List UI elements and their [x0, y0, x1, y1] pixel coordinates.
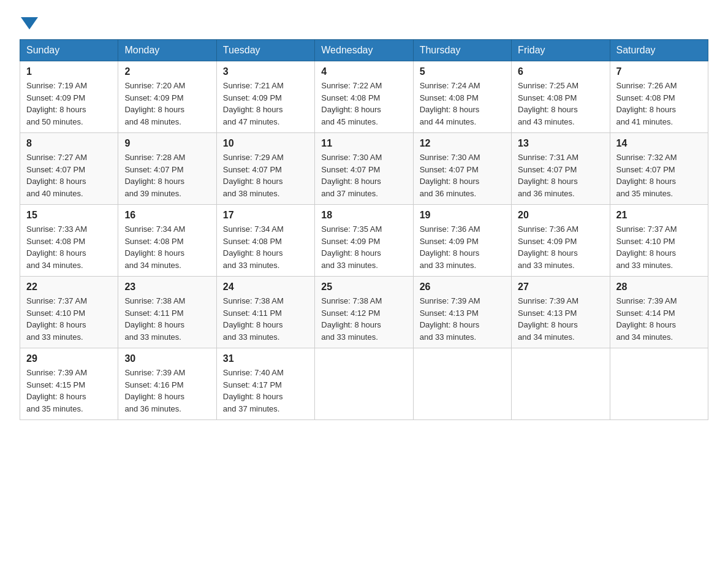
day-info: Sunrise: 7:35 AM Sunset: 4:09 PM Dayligh…: [321, 223, 406, 271]
day-number: 13: [518, 138, 603, 149]
day-number: 6: [518, 66, 603, 77]
day-number: 12: [420, 138, 505, 149]
calendar-cell: 19 Sunrise: 7:36 AM Sunset: 4:09 PM Dayl…: [413, 205, 511, 277]
day-info: Sunrise: 7:38 AM Sunset: 4:11 PM Dayligh…: [124, 295, 210, 343]
day-info: Sunrise: 7:30 AM Sunset: 4:07 PM Dayligh…: [321, 151, 406, 199]
day-info: Sunrise: 7:39 AM Sunset: 4:13 PM Dayligh…: [518, 295, 603, 343]
day-info: Sunrise: 7:29 AM Sunset: 4:07 PM Dayligh…: [223, 151, 308, 199]
day-number: 23: [124, 282, 210, 293]
day-number: 29: [26, 353, 112, 364]
day-number: 7: [616, 66, 702, 77]
day-number: 5: [420, 66, 505, 77]
day-number: 30: [124, 353, 210, 364]
calendar-cell: 21 Sunrise: 7:37 AM Sunset: 4:10 PM Dayl…: [610, 205, 708, 277]
calendar-cell: 5 Sunrise: 7:24 AM Sunset: 4:08 PM Dayli…: [413, 61, 511, 133]
day-number: 11: [321, 138, 406, 149]
calendar-cell: 9 Sunrise: 7:28 AM Sunset: 4:07 PM Dayli…: [118, 133, 216, 205]
day-number: 4: [321, 66, 406, 77]
day-info: Sunrise: 7:39 AM Sunset: 4:14 PM Dayligh…: [616, 295, 702, 343]
day-info: Sunrise: 7:19 AM Sunset: 4:09 PM Dayligh…: [26, 80, 112, 128]
calendar-cell: [315, 348, 413, 420]
calendar-header: SundayMondayTuesdayWednesdayThursdayFrid…: [20, 40, 708, 61]
day-info: Sunrise: 7:34 AM Sunset: 4:08 PM Dayligh…: [223, 223, 308, 271]
day-info: Sunrise: 7:39 AM Sunset: 4:13 PM Dayligh…: [420, 295, 505, 343]
calendar-cell: 7 Sunrise: 7:26 AM Sunset: 4:08 PM Dayli…: [610, 61, 708, 133]
calendar-cell: [610, 348, 708, 420]
day-info: Sunrise: 7:32 AM Sunset: 4:07 PM Dayligh…: [616, 151, 702, 199]
calendar-week-row: 22 Sunrise: 7:37 AM Sunset: 4:10 PM Dayl…: [20, 277, 708, 348]
weekday-header-thursday: Thursday: [413, 40, 511, 61]
calendar-cell: 2 Sunrise: 7:20 AM Sunset: 4:09 PM Dayli…: [118, 61, 216, 133]
day-info: Sunrise: 7:22 AM Sunset: 4:08 PM Dayligh…: [321, 80, 406, 128]
calendar-cell: 25 Sunrise: 7:38 AM Sunset: 4:12 PM Dayl…: [315, 277, 413, 348]
day-number: 20: [518, 210, 603, 221]
calendar-body: 1 Sunrise: 7:19 AM Sunset: 4:09 PM Dayli…: [20, 61, 708, 420]
logo: [20, 15, 38, 27]
day-info: Sunrise: 7:38 AM Sunset: 4:11 PM Dayligh…: [223, 295, 308, 343]
calendar-cell: 29 Sunrise: 7:39 AM Sunset: 4:15 PM Dayl…: [20, 348, 118, 420]
weekday-header-friday: Friday: [512, 40, 610, 61]
weekday-header-sunday: Sunday: [20, 40, 118, 61]
calendar-cell: 10 Sunrise: 7:29 AM Sunset: 4:07 PM Dayl…: [216, 133, 314, 205]
calendar-week-row: 15 Sunrise: 7:33 AM Sunset: 4:08 PM Dayl…: [20, 205, 708, 277]
calendar-week-row: 8 Sunrise: 7:27 AM Sunset: 4:07 PM Dayli…: [20, 133, 708, 205]
calendar-cell: 13 Sunrise: 7:31 AM Sunset: 4:07 PM Dayl…: [512, 133, 610, 205]
day-number: 10: [223, 138, 308, 149]
calendar-cell: 24 Sunrise: 7:38 AM Sunset: 4:11 PM Dayl…: [216, 277, 314, 348]
day-info: Sunrise: 7:36 AM Sunset: 4:09 PM Dayligh…: [420, 223, 505, 271]
day-number: 17: [223, 210, 308, 221]
calendar-cell: 22 Sunrise: 7:37 AM Sunset: 4:10 PM Dayl…: [20, 277, 118, 348]
calendar-cell: 3 Sunrise: 7:21 AM Sunset: 4:09 PM Dayli…: [216, 61, 314, 133]
day-info: Sunrise: 7:27 AM Sunset: 4:07 PM Dayligh…: [26, 151, 112, 199]
day-number: 16: [124, 210, 210, 221]
day-info: Sunrise: 7:31 AM Sunset: 4:07 PM Dayligh…: [518, 151, 603, 199]
calendar-cell: 14 Sunrise: 7:32 AM Sunset: 4:07 PM Dayl…: [610, 133, 708, 205]
calendar-week-row: 1 Sunrise: 7:19 AM Sunset: 4:09 PM Dayli…: [20, 61, 708, 133]
weekday-header-wednesday: Wednesday: [315, 40, 413, 61]
day-info: Sunrise: 7:20 AM Sunset: 4:09 PM Dayligh…: [124, 80, 210, 128]
logo-arrow-icon: [21, 17, 38, 29]
day-number: 19: [420, 210, 505, 221]
calendar-cell: 15 Sunrise: 7:33 AM Sunset: 4:08 PM Dayl…: [20, 205, 118, 277]
calendar-cell: 27 Sunrise: 7:39 AM Sunset: 4:13 PM Dayl…: [512, 277, 610, 348]
day-number: 31: [223, 353, 308, 364]
calendar-cell: [512, 348, 610, 420]
day-number: 3: [223, 66, 308, 77]
weekday-header-row: SundayMondayTuesdayWednesdayThursdayFrid…: [20, 40, 708, 61]
day-number: 8: [26, 138, 112, 149]
day-info: Sunrise: 7:37 AM Sunset: 4:10 PM Dayligh…: [26, 295, 112, 343]
weekday-header-tuesday: Tuesday: [216, 40, 314, 61]
calendar-cell: 26 Sunrise: 7:39 AM Sunset: 4:13 PM Dayl…: [413, 277, 511, 348]
day-number: 14: [616, 138, 702, 149]
day-info: Sunrise: 7:39 AM Sunset: 4:16 PM Dayligh…: [124, 367, 210, 415]
calendar-cell: 4 Sunrise: 7:22 AM Sunset: 4:08 PM Dayli…: [315, 61, 413, 133]
day-number: 27: [518, 282, 603, 293]
day-info: Sunrise: 7:40 AM Sunset: 4:17 PM Dayligh…: [223, 367, 308, 415]
day-info: Sunrise: 7:28 AM Sunset: 4:07 PM Dayligh…: [124, 151, 210, 199]
page-header: [20, 15, 708, 27]
weekday-header-monday: Monday: [118, 40, 216, 61]
calendar-cell: 18 Sunrise: 7:35 AM Sunset: 4:09 PM Dayl…: [315, 205, 413, 277]
day-number: 25: [321, 282, 406, 293]
calendar-cell: 17 Sunrise: 7:34 AM Sunset: 4:08 PM Dayl…: [216, 205, 314, 277]
calendar-cell: 31 Sunrise: 7:40 AM Sunset: 4:17 PM Dayl…: [216, 348, 314, 420]
day-info: Sunrise: 7:33 AM Sunset: 4:08 PM Dayligh…: [26, 223, 112, 271]
day-info: Sunrise: 7:26 AM Sunset: 4:08 PM Dayligh…: [616, 80, 702, 128]
calendar-cell: 12 Sunrise: 7:30 AM Sunset: 4:07 PM Dayl…: [413, 133, 511, 205]
calendar-cell: 11 Sunrise: 7:30 AM Sunset: 4:07 PM Dayl…: [315, 133, 413, 205]
calendar-cell: 28 Sunrise: 7:39 AM Sunset: 4:14 PM Dayl…: [610, 277, 708, 348]
day-info: Sunrise: 7:25 AM Sunset: 4:08 PM Dayligh…: [518, 80, 603, 128]
calendar-cell: 1 Sunrise: 7:19 AM Sunset: 4:09 PM Dayli…: [20, 61, 118, 133]
calendar-cell: 20 Sunrise: 7:36 AM Sunset: 4:09 PM Dayl…: [512, 205, 610, 277]
day-info: Sunrise: 7:36 AM Sunset: 4:09 PM Dayligh…: [518, 223, 603, 271]
weekday-header-saturday: Saturday: [610, 40, 708, 61]
day-number: 18: [321, 210, 406, 221]
day-info: Sunrise: 7:30 AM Sunset: 4:07 PM Dayligh…: [420, 151, 505, 199]
day-number: 21: [616, 210, 702, 221]
day-info: Sunrise: 7:37 AM Sunset: 4:10 PM Dayligh…: [616, 223, 702, 271]
calendar-cell: 23 Sunrise: 7:38 AM Sunset: 4:11 PM Dayl…: [118, 277, 216, 348]
day-number: 28: [616, 282, 702, 293]
day-number: 15: [26, 210, 112, 221]
calendar-cell: 16 Sunrise: 7:34 AM Sunset: 4:08 PM Dayl…: [118, 205, 216, 277]
day-info: Sunrise: 7:34 AM Sunset: 4:08 PM Dayligh…: [124, 223, 210, 271]
